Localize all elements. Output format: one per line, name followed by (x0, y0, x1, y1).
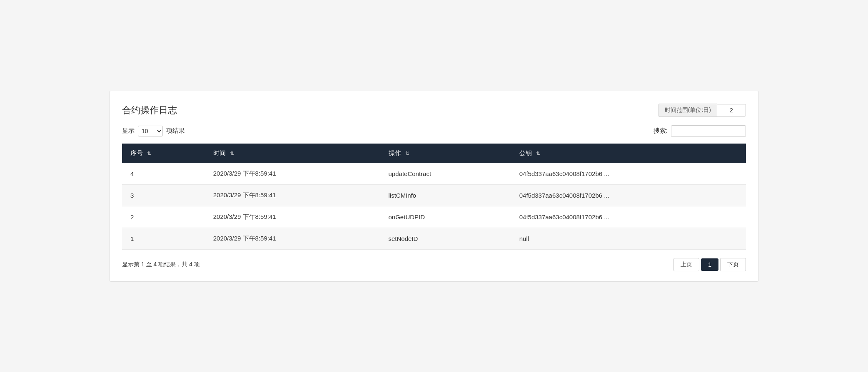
cell-operation: setNodeID (380, 228, 511, 249)
pagination: 上页 1 下页 (673, 258, 746, 271)
col-pubkey-label: 公钥 (519, 149, 532, 156)
col-seq[interactable]: 序号 ⇅ (122, 144, 205, 163)
time-range-area: 时间范围(单位:日) (658, 104, 746, 117)
cell-pubkey: 04f5d337aa63c04008f1702b6 ... (511, 163, 746, 185)
data-table: 序号 ⇅ 时间 ⇅ 操作 ⇅ 公钥 ⇅ 42020/3/29 下午8:59:41… (122, 144, 746, 250)
col-pubkey[interactable]: 公钥 ⇅ (511, 144, 746, 163)
top-bar: 合约操作日志 时间范围(单位:日) (122, 104, 746, 117)
cell-seq: 2 (122, 206, 205, 228)
cell-time: 2020/3/29 下午8:59:41 (205, 184, 380, 206)
page-title: 合约操作日志 (122, 104, 177, 117)
table-row: 32020/3/29 下午8:59:41listCMInfo04f5d337aa… (122, 184, 746, 206)
time-range-input[interactable] (717, 104, 746, 117)
col-operation[interactable]: 操作 ⇅ (380, 144, 511, 163)
cell-seq: 1 (122, 228, 205, 249)
cell-operation: onGetUDPID (380, 206, 511, 228)
col-pubkey-sort-icon: ⇅ (536, 151, 540, 156)
search-input[interactable] (671, 125, 746, 137)
col-seq-label: 序号 (130, 149, 143, 156)
time-range-label: 时间范围(单位:日) (658, 104, 717, 117)
entries-suffix: 项结果 (166, 127, 185, 135)
cell-time: 2020/3/29 下午8:59:41 (205, 206, 380, 228)
search-label: 搜索: (653, 127, 668, 135)
table-header: 序号 ⇅ 时间 ⇅ 操作 ⇅ 公钥 ⇅ (122, 144, 746, 163)
footer-bar: 显示第 1 至 4 项结果，共 4 项 上页 1 下页 (122, 258, 746, 271)
col-operation-sort-icon: ⇅ (405, 151, 409, 156)
col-time-label: 时间 (213, 149, 226, 156)
header-row: 序号 ⇅ 时间 ⇅ 操作 ⇅ 公钥 ⇅ (122, 144, 746, 163)
next-page-button[interactable]: 下页 (720, 258, 746, 271)
entries-select[interactable]: 10 25 50 100 (138, 126, 163, 136)
result-info: 显示第 1 至 4 项结果，共 4 项 (122, 261, 200, 268)
main-container: 合约操作日志 时间范围(单位:日) 显示 10 25 50 100 项结果 搜索… (109, 91, 759, 282)
cell-time: 2020/3/29 下午8:59:41 (205, 163, 380, 185)
search-area: 搜索: (653, 125, 746, 137)
cell-operation: updateContract (380, 163, 511, 185)
cell-seq: 4 (122, 163, 205, 185)
cell-pubkey: null (511, 228, 746, 249)
table-body: 42020/3/29 下午8:59:41updateContract04f5d3… (122, 163, 746, 250)
col-time[interactable]: 时间 ⇅ (205, 144, 380, 163)
prev-page-button[interactable]: 上页 (673, 258, 699, 271)
cell-pubkey: 04f5d337aa63c04008f1702b6 ... (511, 184, 746, 206)
cell-operation: listCMInfo (380, 184, 511, 206)
table-row: 22020/3/29 下午8:59:41onGetUDPID04f5d337aa… (122, 206, 746, 228)
col-operation-label: 操作 (389, 149, 401, 156)
col-time-sort-icon: ⇅ (230, 151, 234, 156)
table-row: 42020/3/29 下午8:59:41updateContract04f5d3… (122, 163, 746, 185)
current-page-button[interactable]: 1 (701, 258, 718, 271)
cell-time: 2020/3/29 下午8:59:41 (205, 228, 380, 249)
table-row: 12020/3/29 下午8:59:41setNodeIDnull (122, 228, 746, 249)
show-entries-area: 显示 10 25 50 100 项结果 (122, 126, 185, 136)
show-label: 显示 (122, 127, 135, 135)
controls-bar: 显示 10 25 50 100 项结果 搜索: (122, 125, 746, 137)
col-seq-sort-icon: ⇅ (147, 151, 151, 156)
cell-seq: 3 (122, 184, 205, 206)
cell-pubkey: 04f5d337aa63c04008f1702b6 ... (511, 206, 746, 228)
